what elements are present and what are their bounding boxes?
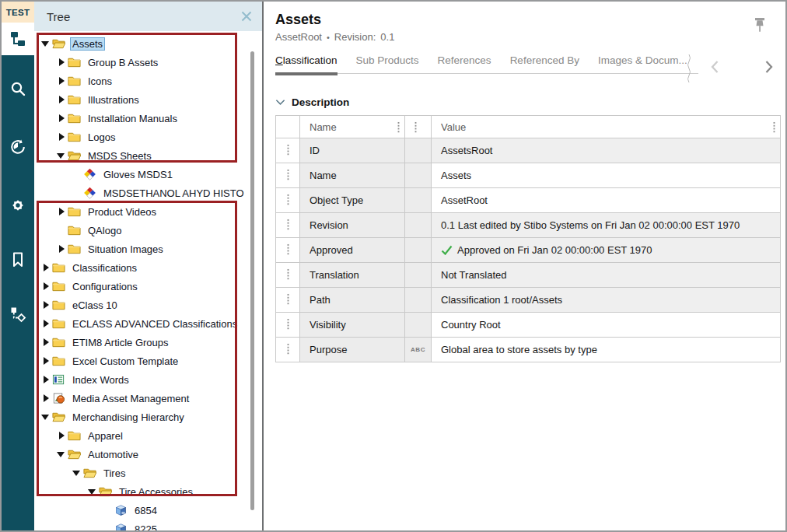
- expand-arrow[interactable]: [40, 389, 52, 408]
- close-icon[interactable]: [240, 10, 253, 23]
- tree-item[interactable]: MSDSETHANOL AHYD HISTO: [34, 184, 262, 202]
- row-drag-handle[interactable]: [276, 163, 300, 188]
- attribute-type-cell: [405, 163, 432, 188]
- row-drag-handle[interactable]: [276, 138, 300, 163]
- attribute-value-cell[interactable]: AssetRoot: [432, 188, 781, 213]
- attribute-value-cell[interactable]: Not Translated: [432, 263, 781, 288]
- tree-item[interactable]: Logos: [34, 128, 262, 146]
- folder-open-icon: [68, 149, 82, 163]
- column-menu-icon[interactable]: [414, 121, 417, 133]
- collapse-arrow[interactable]: [40, 34, 52, 53]
- tree-item-label: Automotive: [86, 448, 141, 461]
- tree-item[interactable]: Excel Custom Template: [34, 352, 262, 370]
- tree-list: AssetsGroup B AssetsIconsIllustrationsIn…: [34, 31, 262, 530]
- expand-arrow[interactable]: [40, 333, 52, 352]
- expand-arrow[interactable]: [40, 258, 52, 277]
- tree-item[interactable]: Installation Manuals: [34, 109, 262, 128]
- next-tab-button[interactable]: [761, 59, 776, 75]
- tree-item[interactable]: eClass 10: [34, 296, 262, 314]
- row-drag-handle[interactable]: [276, 188, 300, 213]
- tree-item-label: Illustrations: [86, 93, 142, 107]
- tree-item[interactable]: Classifications: [34, 258, 262, 277]
- row-drag-handle[interactable]: [276, 338, 300, 362]
- nav-tree-button[interactable]: [2, 23, 34, 55]
- attribute-value-cell[interactable]: Classification 1 root/Assets: [432, 288, 781, 313]
- object-graph-icon: [9, 305, 27, 324]
- tree-item[interactable]: Icons: [34, 72, 262, 90]
- collapse-arrow[interactable]: [40, 408, 52, 426]
- prev-tab-button[interactable]: [708, 59, 723, 75]
- column-menu-icon[interactable]: [397, 121, 400, 133]
- tree-item[interactable]: 8225: [34, 520, 262, 530]
- attribute-value-cell[interactable]: Approved on Fri Jan 02 00:00:00 EST 1970: [432, 238, 781, 263]
- tree-item[interactable]: MSDS Sheets: [34, 146, 262, 165]
- app-window: TEST: [0, 0, 787, 532]
- tree-item[interactable]: Media Asset Management: [34, 389, 262, 408]
- nav-settings-button[interactable]: [2, 189, 34, 222]
- tree-item[interactable]: Product Videos: [34, 202, 262, 221]
- tree-item[interactable]: Apparel: [34, 426, 262, 445]
- tree-item[interactable]: Configurations: [34, 277, 262, 296]
- tree-item[interactable]: ECLASS ADVANCED Classifications: [34, 314, 262, 333]
- tree-item[interactable]: Group B Assets: [34, 53, 262, 72]
- attribute-value-cell[interactable]: Global area to store assets by type: [432, 338, 781, 362]
- expand-arrow[interactable]: [56, 53, 68, 72]
- attribute-value-cell[interactable]: Country Root: [432, 313, 781, 338]
- attribute-value-cell[interactable]: Assets: [432, 163, 781, 188]
- nav-references-button[interactable]: [2, 298, 34, 331]
- expand-arrow[interactable]: [56, 90, 68, 109]
- tree-item[interactable]: Illustrations: [34, 90, 262, 109]
- row-drag-handle[interactable]: [276, 213, 300, 238]
- collapse-arrow[interactable]: [56, 146, 68, 165]
- expand-arrow[interactable]: [56, 109, 68, 128]
- table-row: Revision0.1 Last edited by Stibo Systems…: [276, 213, 781, 238]
- nav-history-button[interactable]: [2, 131, 34, 163]
- tree-item[interactable]: Tires: [34, 464, 262, 482]
- expand-arrow[interactable]: [40, 277, 52, 296]
- tree-item[interactable]: 6854: [34, 501, 262, 520]
- tree-item[interactable]: Tire Accessories: [34, 482, 262, 501]
- expand-arrow[interactable]: [56, 426, 68, 445]
- tab-sub-products[interactable]: Sub Products: [356, 54, 419, 73]
- tab-referenced-by[interactable]: Referenced By: [510, 54, 579, 73]
- tree-item[interactable]: ETIM8 Article Groups: [34, 333, 262, 352]
- tree-item[interactable]: Situation Images: [34, 240, 262, 258]
- expand-arrow[interactable]: [56, 240, 68, 258]
- tree-item[interactable]: Merchandising Hierarchy: [34, 408, 262, 426]
- tab-references[interactable]: References: [438, 54, 491, 73]
- expand-arrow[interactable]: [40, 370, 52, 389]
- description-section-header[interactable]: Description: [275, 96, 784, 108]
- collapse-arrow[interactable]: [56, 445, 68, 464]
- pin-icon[interactable]: [751, 16, 768, 34]
- attribute-value-cell[interactable]: 0.1 Last edited by Stibo Systems on Fri …: [432, 213, 781, 238]
- attribute-value-cell[interactable]: AssetsRoot: [432, 138, 781, 163]
- row-drag-handle[interactable]: [276, 238, 300, 263]
- folder-open-icon: [52, 411, 66, 424]
- tab-images-docum[interactable]: Images & Docum...: [598, 54, 687, 73]
- tree-item[interactable]: Gloves MSDS1: [34, 165, 262, 184]
- row-drag-handle[interactable]: [276, 263, 300, 288]
- nav-search-button[interactable]: [2, 72, 34, 105]
- collapse-arrow[interactable]: [72, 464, 83, 482]
- tab-classification[interactable]: Classification: [275, 54, 338, 75]
- collapse-arrow[interactable]: [87, 482, 99, 501]
- tree-item[interactable]: Index Words: [34, 370, 262, 389]
- tree-item-label: Logos: [86, 131, 117, 144]
- tree-item[interactable]: Assets: [34, 34, 262, 53]
- tree-scrollbar-thumb[interactable]: [250, 51, 254, 510]
- expand-arrow[interactable]: [56, 128, 68, 146]
- column-menu-icon[interactable]: [773, 121, 775, 133]
- panel-splitter[interactable]: [262, 2, 264, 530]
- expand-arrow[interactable]: [56, 202, 68, 221]
- row-drag-handle[interactable]: [276, 313, 300, 338]
- approved-check-icon: [441, 245, 453, 255]
- expand-arrow[interactable]: [40, 296, 52, 314]
- expand-arrow[interactable]: [40, 314, 52, 333]
- nav-bookmark-button[interactable]: [2, 243, 34, 276]
- expand-arrow[interactable]: [40, 352, 52, 370]
- expand-arrow[interactable]: [56, 72, 68, 90]
- tree-item[interactable]: QAlogo: [34, 221, 262, 240]
- tree-item[interactable]: Automotive: [34, 445, 262, 464]
- row-drag-handle[interactable]: [276, 288, 300, 313]
- tree-item-label: eClass 10: [70, 299, 120, 312]
